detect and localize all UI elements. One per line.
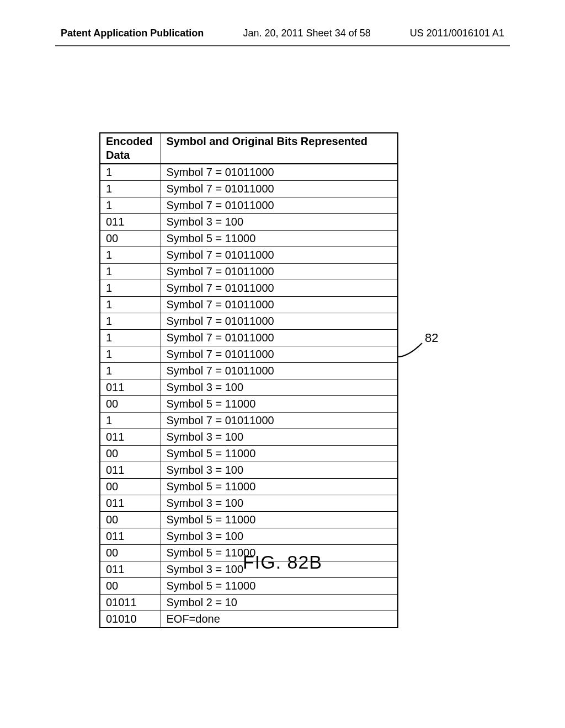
cell-encoded: 00 bbox=[100, 231, 161, 247]
cell-symbol: Symbol 7 = 01011000 bbox=[161, 363, 398, 379]
table-row: 1Symbol 7 = 01011000 bbox=[100, 297, 398, 313]
cell-encoded: 1 bbox=[100, 280, 161, 297]
cell-encoded: 1 bbox=[100, 264, 161, 280]
cell-symbol: EOF=done bbox=[161, 611, 398, 628]
table-row: 01010EOF=done bbox=[100, 611, 398, 628]
cell-symbol: Symbol 3 = 100 bbox=[161, 379, 398, 396]
table-row: 00Symbol 5 = 11000 bbox=[100, 479, 398, 495]
table-row: 00Symbol 5 = 11000 bbox=[100, 512, 398, 528]
cell-encoded: 1 bbox=[100, 413, 161, 429]
cell-encoded: 1 bbox=[100, 363, 161, 379]
cell-encoded: 1 bbox=[100, 330, 161, 346]
col-header-symbol: Symbol and Original Bits Represented bbox=[161, 133, 398, 164]
table-row: 011Symbol 3 = 100 bbox=[100, 429, 398, 446]
cell-encoded: 1 bbox=[100, 164, 161, 181]
cell-encoded: 1 bbox=[100, 346, 161, 363]
table-row: 1Symbol 7 = 01011000 bbox=[100, 346, 398, 363]
header-date-sheet: Jan. 20, 2011 Sheet 34 of 58 bbox=[243, 28, 371, 39]
table-row: 1Symbol 7 = 01011000 bbox=[100, 164, 398, 181]
cell-symbol: Symbol 3 = 100 bbox=[161, 429, 398, 446]
cell-encoded: 00 bbox=[100, 578, 161, 595]
cell-symbol: Symbol 7 = 01011000 bbox=[161, 297, 398, 313]
figure-label: FIG. 82B bbox=[0, 552, 565, 573]
table-row: 00Symbol 5 = 11000 bbox=[100, 396, 398, 413]
table-row: 011Symbol 3 = 100 bbox=[100, 214, 398, 231]
cell-encoded: 1 bbox=[100, 181, 161, 197]
cell-encoded: 01010 bbox=[100, 611, 161, 628]
table-row: 00Symbol 5 = 11000 bbox=[100, 446, 398, 462]
cell-symbol: Symbol 3 = 100 bbox=[161, 495, 398, 512]
cell-symbol: Symbol 7 = 01011000 bbox=[161, 164, 398, 181]
cell-symbol: Symbol 3 = 100 bbox=[161, 528, 398, 545]
cell-symbol: Symbol 7 = 01011000 bbox=[161, 197, 398, 214]
cell-encoded: 011 bbox=[100, 528, 161, 545]
cell-symbol: Symbol 5 = 11000 bbox=[161, 578, 398, 595]
cell-symbol: Symbol 3 = 100 bbox=[161, 214, 398, 231]
table-row: 00Symbol 5 = 11000 bbox=[100, 231, 398, 247]
header-divider bbox=[55, 45, 510, 46]
cell-symbol: Symbol 7 = 01011000 bbox=[161, 247, 398, 264]
table-row: 1Symbol 7 = 01011000 bbox=[100, 313, 398, 330]
cell-encoded: 00 bbox=[100, 479, 161, 495]
cell-encoded: 00 bbox=[100, 396, 161, 413]
cell-encoded: 1 bbox=[100, 247, 161, 264]
cell-encoded: 1 bbox=[100, 313, 161, 330]
table-row: 1Symbol 7 = 01011000 bbox=[100, 181, 398, 197]
table-row: 011Symbol 3 = 100 bbox=[100, 462, 398, 479]
table-row: 1Symbol 7 = 01011000 bbox=[100, 264, 398, 280]
cell-encoded: 00 bbox=[100, 512, 161, 528]
table-row: 011Symbol 3 = 100 bbox=[100, 528, 398, 545]
cell-symbol: Symbol 7 = 01011000 bbox=[161, 330, 398, 346]
table-row: 1Symbol 7 = 01011000 bbox=[100, 280, 398, 297]
page-header: Patent Application Publication Jan. 20, … bbox=[0, 28, 565, 39]
table-header-row: Encoded Data Symbol and Original Bits Re… bbox=[100, 133, 398, 164]
cell-symbol: Symbol 7 = 01011000 bbox=[161, 413, 398, 429]
cell-encoded: 011 bbox=[100, 429, 161, 446]
table-row: 011Symbol 3 = 100 bbox=[100, 379, 398, 396]
cell-symbol: Symbol 7 = 01011000 bbox=[161, 313, 398, 330]
cell-symbol: Symbol 5 = 11000 bbox=[161, 231, 398, 247]
cell-symbol: Symbol 7 = 01011000 bbox=[161, 264, 398, 280]
cell-encoded: 1 bbox=[100, 197, 161, 214]
cell-encoded: 011 bbox=[100, 495, 161, 512]
cell-symbol: Symbol 2 = 10 bbox=[161, 595, 398, 611]
table-row: 01011Symbol 2 = 10 bbox=[100, 595, 398, 611]
table-row: 1Symbol 7 = 01011000 bbox=[100, 247, 398, 264]
cell-symbol: Symbol 5 = 11000 bbox=[161, 479, 398, 495]
col-header-encoded: Encoded Data bbox=[100, 133, 161, 164]
cell-symbol: Symbol 7 = 01011000 bbox=[161, 346, 398, 363]
cell-symbol: Symbol 7 = 01011000 bbox=[161, 181, 398, 197]
cell-encoded: 011 bbox=[100, 462, 161, 479]
table-row: 1Symbol 7 = 01011000 bbox=[100, 197, 398, 214]
table-row: 1Symbol 7 = 01011000 bbox=[100, 413, 398, 429]
cell-encoded: 01011 bbox=[100, 595, 161, 611]
table-row: 011Symbol 3 = 100 bbox=[100, 495, 398, 512]
cell-encoded: 011 bbox=[100, 379, 161, 396]
cell-symbol: Symbol 5 = 11000 bbox=[161, 396, 398, 413]
cell-symbol: Symbol 5 = 11000 bbox=[161, 446, 398, 462]
cell-encoded: 00 bbox=[100, 446, 161, 462]
cell-symbol: Symbol 3 = 100 bbox=[161, 462, 398, 479]
table-row: 1Symbol 7 = 01011000 bbox=[100, 363, 398, 379]
header-publication: Patent Application Publication bbox=[61, 28, 204, 39]
cell-encoded: 011 bbox=[100, 214, 161, 231]
table-row: 00Symbol 5 = 11000 bbox=[100, 578, 398, 595]
cell-symbol: Symbol 7 = 01011000 bbox=[161, 280, 398, 297]
cell-symbol: Symbol 5 = 11000 bbox=[161, 512, 398, 528]
cell-encoded: 1 bbox=[100, 297, 161, 313]
callout-label: 82 bbox=[425, 331, 438, 345]
table-row: 1Symbol 7 = 01011000 bbox=[100, 330, 398, 346]
header-pub-number: US 2011/0016101 A1 bbox=[410, 28, 504, 39]
